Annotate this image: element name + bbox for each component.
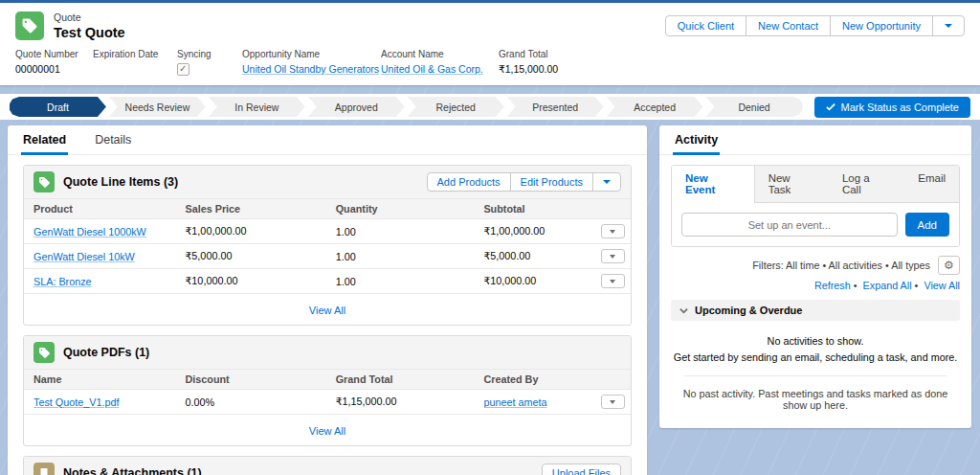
- path-stage-needs-review[interactable]: Needs Review: [109, 97, 206, 117]
- field-account-name: Account Name United Oil & Gas Corp.: [381, 49, 499, 76]
- mark-status-complete-button[interactable]: Mark Status as Complete: [814, 97, 971, 118]
- activity-panel: Activity New Event New Task Log a Call E…: [659, 125, 971, 428]
- notes-icon: [33, 463, 55, 475]
- row-actions-button[interactable]: [601, 224, 625, 238]
- chevron-down-icon: [945, 24, 952, 28]
- tab-related[interactable]: Related: [23, 125, 66, 154]
- quote-pdfs-icon: [33, 342, 55, 363]
- event-subject-input[interactable]: [681, 213, 898, 237]
- field-expiration-date: Expiration Date: [93, 49, 177, 76]
- created-by-link[interactable]: puneet ameta: [483, 396, 546, 408]
- column-header: Product: [24, 199, 176, 219]
- quote-pdfs-title: Quote PDFs (1): [63, 346, 149, 359]
- no-past-activity-message: No past activity. Past meetings and task…: [659, 378, 971, 428]
- syncing-checkbox[interactable]: [177, 63, 189, 76]
- table-row: GenWatt Diesel 10kW ₹5,000.00 1.00 ₹5,00…: [24, 244, 631, 269]
- refresh-link[interactable]: Refresh: [814, 280, 851, 291]
- field-grand-total: Grand Total ₹1,15,000.00: [499, 49, 642, 76]
- path-stage-presented[interactable]: Presented: [507, 97, 604, 117]
- page-title: Test Quote: [54, 25, 125, 40]
- new-contact-button[interactable]: New Contact: [746, 15, 831, 36]
- add-products-button[interactable]: Add Products: [427, 172, 511, 192]
- column-header: Grand Total: [326, 370, 475, 390]
- add-event-button[interactable]: Add: [905, 213, 949, 237]
- column-header: Sales Price: [176, 199, 326, 219]
- record-detail-panel: Related Details Quote Line Items (3) Add…: [8, 125, 647, 475]
- activity-filters-summary: Filters: All time • All activities • All…: [752, 260, 930, 271]
- tab-activity[interactable]: Activity: [675, 125, 718, 154]
- column-header: Name: [24, 370, 176, 390]
- activity-composer: New Event New Task Log a Call Email Add: [671, 165, 960, 247]
- expand-all-link[interactable]: Expand All: [863, 280, 912, 291]
- tab-new-task[interactable]: New Task: [755, 166, 829, 202]
- row-actions-button[interactable]: [601, 274, 625, 288]
- quote-tag-icon: [15, 11, 44, 40]
- chevron-down-icon: [679, 306, 688, 315]
- view-all-pdfs-link[interactable]: View All: [309, 425, 345, 437]
- column-header: Subtotal: [474, 199, 590, 219]
- tab-details[interactable]: Details: [95, 125, 131, 154]
- chevron-down-icon: [610, 255, 615, 259]
- quote-line-items-table: Product Sales Price Quantity Subtotal Ge…: [24, 198, 631, 294]
- quote-line-items-icon: [33, 171, 55, 192]
- quick-client-button[interactable]: Quick Client: [665, 15, 746, 36]
- check-icon: [826, 102, 835, 111]
- quote-line-items-title: Quote Line Items (3): [63, 175, 178, 189]
- chevron-down-icon: [610, 280, 615, 283]
- path-stage-accepted[interactable]: Accepted: [607, 97, 703, 117]
- line-items-dropdown-button[interactable]: [592, 172, 621, 192]
- table-row: Test Quote_V1.pdf 0.00% ₹1,15,000.00 pun…: [24, 390, 631, 415]
- product-link[interactable]: GenWatt Diesel 10kW: [33, 251, 135, 262]
- chevron-down-icon: [610, 400, 615, 404]
- column-header: Discount: [176, 370, 326, 390]
- upcoming-overdue-section-toggle[interactable]: Upcoming & Overdue: [671, 300, 960, 321]
- row-actions-button[interactable]: [601, 249, 625, 263]
- product-link[interactable]: GenWatt Diesel 1000kW: [33, 226, 146, 238]
- header-action-group: Quick Client New Contact New Opportunity: [665, 15, 965, 36]
- new-opportunity-button[interactable]: New Opportunity: [830, 15, 933, 36]
- field-syncing: Syncing: [177, 49, 242, 76]
- record-header: Quote Test Quote Quick Client New Contac…: [0, 3, 980, 85]
- settings-gear-icon[interactable]: ⚙: [938, 256, 960, 275]
- table-row: SLA: Bronze ₹10,000.00 1.00 ₹10,000.00: [24, 269, 631, 294]
- upload-files-button[interactable]: Upload Files: [542, 464, 621, 475]
- path-stage-approved[interactable]: Approved: [308, 97, 405, 117]
- opportunity-link[interactable]: United Oil Standby Generators: [242, 63, 379, 75]
- pdf-name-link[interactable]: Test Quote_V1.pdf: [33, 396, 119, 408]
- tab-email[interactable]: Email: [904, 166, 959, 202]
- notes-attachments-card: Notes & Attachments (1) Upload Files PDF…: [23, 456, 632, 475]
- chevron-down-icon: [603, 180, 611, 184]
- no-activities-message: No activities to show. Get started by se…: [659, 323, 971, 373]
- quote-line-items-card: Quote Line Items (3) Add Products Edit P…: [23, 165, 632, 326]
- quote-pdfs-card: Quote PDFs (1) Name Discount Grand Total…: [23, 335, 632, 446]
- path-stage-draft[interactable]: Draft: [10, 97, 106, 117]
- view-all-activity-link[interactable]: View All: [924, 280, 960, 291]
- tab-new-event[interactable]: New Event: [672, 166, 755, 203]
- column-header: Quantity: [326, 199, 475, 219]
- status-path: Draft Needs Review In Review Approved Re…: [10, 97, 803, 117]
- field-quote-number: Quote Number 00000001: [15, 49, 93, 76]
- path-stage-rejected[interactable]: Rejected: [408, 97, 504, 117]
- field-opportunity-name: Opportunity Name United Oil Standby Gene…: [242, 49, 381, 76]
- table-row: GenWatt Diesel 1000kW ₹1,00,000.00 1.00 …: [24, 219, 631, 244]
- header-actions-dropdown-button[interactable]: [932, 15, 965, 36]
- path-stage-in-review[interactable]: In Review: [209, 97, 305, 117]
- chevron-down-icon: [610, 230, 615, 234]
- column-header: Created By: [474, 370, 590, 390]
- quote-pdfs-table: Name Discount Grand Total Created By Tes…: [24, 369, 631, 415]
- product-link[interactable]: SLA: Bronze: [33, 276, 92, 287]
- status-path-bar: Draft Needs Review In Review Approved Re…: [0, 94, 980, 120]
- entity-type-label: Quote: [54, 11, 125, 23]
- divider: [684, 375, 947, 376]
- tab-log-a-call[interactable]: Log a Call: [829, 166, 904, 202]
- notes-attachments-title: Notes & Attachments (1): [63, 466, 202, 475]
- row-actions-button[interactable]: [601, 395, 625, 409]
- account-link[interactable]: United Oil & Gas Corp.: [381, 63, 483, 75]
- edit-products-button[interactable]: Edit Products: [510, 172, 593, 192]
- view-all-line-items-link[interactable]: View All: [309, 305, 345, 316]
- highlights-fields: Quote Number 00000001 Expiration Date Sy…: [11, 49, 969, 76]
- path-stage-denied[interactable]: Denied: [706, 97, 803, 117]
